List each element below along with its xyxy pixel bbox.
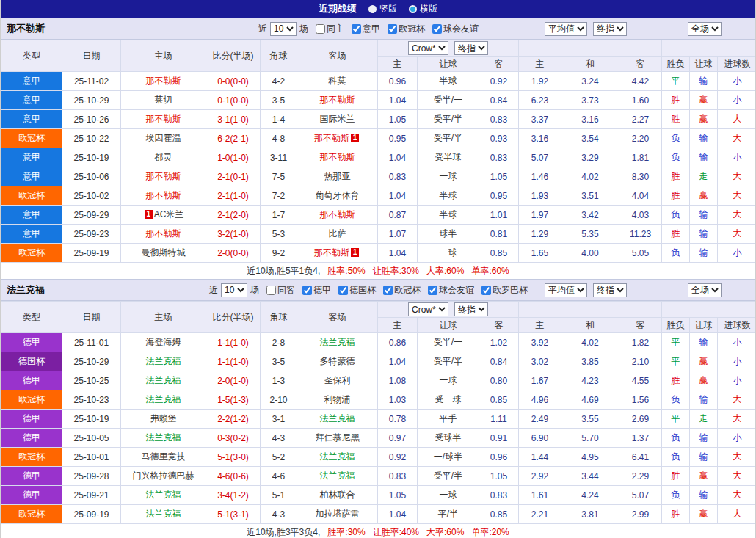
- result-goals: 大: [718, 167, 756, 186]
- col-header: 主场: [121, 302, 206, 333]
- avg-odds-value: 3.16: [519, 129, 561, 148]
- filter-checkbox[interactable]: [316, 24, 325, 34]
- filter-check-0[interactable]: 同客: [266, 284, 295, 297]
- avg-odds-value: 3.42: [561, 206, 619, 225]
- filter-check-2[interactable]: 欧冠杯: [388, 23, 425, 35]
- home-team: 曼彻斯特城: [121, 244, 206, 263]
- team-name-text: 那不勒斯: [314, 133, 349, 143]
- avg-odds-value: 6.41: [619, 448, 662, 467]
- away-team: 葡萄牙体育: [297, 186, 378, 206]
- filter-check-0[interactable]: 同主: [316, 23, 344, 35]
- odds-value: 1.11: [479, 410, 519, 429]
- odds-value: 0.95: [479, 186, 519, 206]
- section-team-title: 法兰克福: [7, 283, 45, 297]
- odds-stage-select[interactable]: 终指: [454, 302, 488, 316]
- match-date: 25-10-19: [62, 410, 121, 429]
- corner-score: 1-4: [261, 110, 297, 129]
- odds-stage-select[interactable]: 终指: [454, 41, 488, 55]
- filter-checkbox[interactable]: [428, 286, 437, 295]
- section-summary: 近10场,胜5平1负4,胜率:50%让胜率:30%大率:60%单率:60%: [1, 263, 755, 279]
- team-name-text: 柏林联合: [320, 490, 355, 500]
- table-body: 意甲25-11-02那不勒斯0-0(0-0)4-2科莫0.96半球0.921.9…: [1, 72, 756, 263]
- avg-odds-value: 1.92: [519, 72, 561, 91]
- filter-check-2[interactable]: 德国杯: [338, 284, 376, 297]
- team-name-text: 那不勒斯: [320, 95, 355, 105]
- score: 2-1(0-1): [206, 167, 261, 186]
- filter-check-5[interactable]: 欧罗巴杯: [481, 284, 528, 297]
- odds-value: 1.04: [378, 186, 418, 206]
- match-count-select[interactable]: 10: [270, 22, 297, 36]
- filter-checkbox[interactable]: [432, 24, 442, 34]
- filter-check-3[interactable]: 球会友谊: [432, 23, 479, 35]
- filter-checkbox[interactable]: [383, 286, 393, 295]
- matches-table: 类型日期主场比分(半场)角球客场Crow*终指主让球客主和客胜负让球进球数意甲2…: [1, 40, 756, 263]
- average-stage-select[interactable]: 终指: [593, 283, 627, 297]
- odds-value: 0.85: [479, 244, 519, 263]
- filter-check-1[interactable]: 德甲: [302, 284, 331, 297]
- average-select[interactable]: 平均值: [545, 22, 587, 36]
- corner-score: 3-11: [261, 148, 297, 167]
- result-winlose: 胜: [662, 167, 690, 186]
- league-type: 意甲: [1, 148, 62, 167]
- avg-odds-value: 5.05: [619, 244, 662, 263]
- corner-score: 4-8: [261, 129, 297, 148]
- filter-checkbox[interactable]: [302, 286, 312, 295]
- filter-check-1[interactable]: 意甲: [352, 23, 380, 35]
- filter-checkbox[interactable]: [266, 286, 276, 295]
- league-type: 德甲: [1, 410, 62, 429]
- sub-col-header: 和: [561, 57, 619, 72]
- match-date: 25-10-22: [62, 129, 121, 148]
- col-header: 日期: [62, 40, 121, 72]
- avg-odds-value: 5.07: [619, 486, 662, 505]
- avg-odds-value: 4.69: [561, 390, 619, 410]
- league-type: 意甲: [1, 110, 62, 129]
- red-card-badge: 1: [351, 134, 359, 142]
- team-name-text: 法兰克福: [146, 375, 181, 385]
- score: 5-1(3-0): [206, 448, 261, 467]
- match-filters: 近10场同主意甲欧冠杯球会友谊: [258, 22, 498, 36]
- handicap: 一球: [418, 167, 479, 186]
- odds-value: 0.86: [378, 333, 418, 352]
- league-type: 德国杯: [1, 352, 62, 371]
- home-team: 那不勒斯: [121, 110, 206, 129]
- avg-odds-value: 4.03: [619, 206, 662, 225]
- away-team: 科莫: [297, 72, 378, 91]
- layout-vertical-radio[interactable]: 竖版: [368, 3, 397, 15]
- match-date: 25-10-06: [62, 167, 121, 186]
- odds-source-select[interactable]: Crow*: [408, 41, 448, 55]
- table-body: 德甲25-11-01海登海姆1-1(1-0)2-8法兰克福0.86受半/一1.0…: [1, 333, 756, 524]
- home-team: 海登海姆: [121, 333, 206, 352]
- scope-select[interactable]: 全场: [688, 22, 722, 36]
- team-section: 法兰克福近10场同客德甲德国杯欧冠杯球会友谊欧罗巴杯平均值终指全场类型日期主场比…: [1, 279, 755, 538]
- league-type: 欧冠杯: [1, 129, 62, 148]
- average-stage-select[interactable]: 终指: [593, 22, 627, 36]
- away-team: 那不勒斯: [297, 91, 378, 110]
- match-row: 欧冠杯25-10-02那不勒斯2-1(1-0)7-2葡萄牙体育1.04半球0.9…: [1, 186, 756, 206]
- result-handicap: 赢: [690, 110, 718, 129]
- home-team: 弗赖堡: [121, 410, 206, 429]
- result-goals: 小: [718, 371, 756, 390]
- filter-check-4[interactable]: 球会友谊: [428, 284, 474, 297]
- filter-checkbox[interactable]: [388, 24, 397, 34]
- filter-checkbox[interactable]: [481, 286, 491, 295]
- result-goals: 小: [718, 91, 756, 110]
- filter-check-3[interactable]: 欧冠杯: [383, 284, 421, 297]
- filter-checkbox[interactable]: [338, 286, 348, 295]
- filter-checkbox[interactable]: [352, 24, 361, 34]
- layout-horizontal-radio[interactable]: 横版: [409, 3, 437, 15]
- score: 2-0(1-0): [206, 371, 261, 390]
- match-row: 德甲25-09-28门兴格拉德巴赫4-6(0-6)4-6法兰克福0.83受平/半…: [1, 467, 756, 486]
- handicap: 半球: [418, 206, 479, 225]
- scope-select[interactable]: 全场: [688, 283, 722, 297]
- handicap: 平手: [418, 410, 479, 429]
- league-type: 意甲: [1, 225, 62, 244]
- odds-value: 1.05: [479, 167, 519, 186]
- match-count-select[interactable]: 10: [221, 283, 247, 297]
- summary-rate: 大率:60%: [426, 266, 464, 276]
- corner-score: 7-5: [261, 167, 297, 186]
- team-name-text: 那不勒斯: [146, 171, 181, 181]
- average-select[interactable]: 平均值: [545, 283, 587, 297]
- sub-col-header: 让球: [690, 318, 718, 333]
- odds-source-select[interactable]: Crow*: [408, 302, 448, 316]
- avg-odds-value: 3.51: [561, 186, 619, 206]
